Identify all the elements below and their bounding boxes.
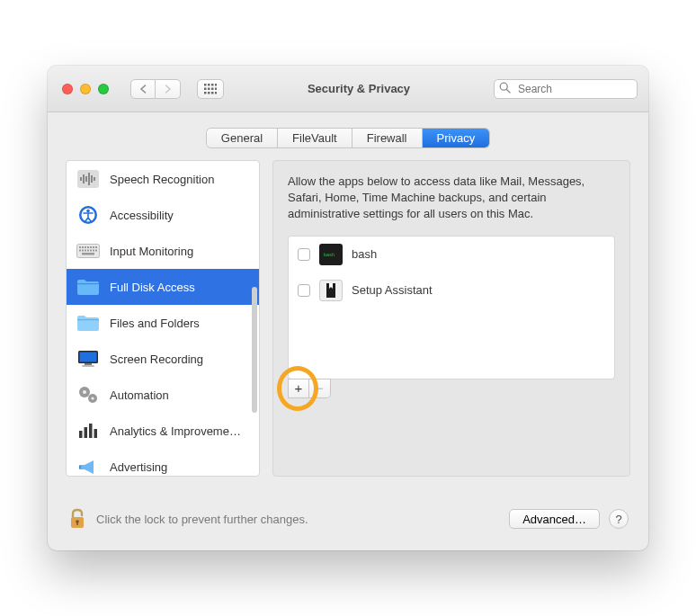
sidebar-item-label: Full Disk Access — [110, 281, 195, 294]
svg-rect-40 — [77, 283, 99, 284]
lock-help-text: Click the lock to prevent further change… — [96, 513, 500, 526]
svg-rect-59 — [76, 522, 78, 525]
svg-rect-54 — [79, 465, 81, 469]
search-field-wrap — [494, 79, 638, 99]
sidebar-item-label: Screen Recording — [110, 353, 203, 366]
detail-pane: Allow the apps below to access data like… — [272, 160, 630, 477]
add-remove-group: + − — [288, 379, 331, 398]
svg-rect-27 — [85, 246, 86, 248]
svg-rect-51 — [85, 427, 88, 438]
app-row[interactable]: bash bash — [289, 237, 614, 272]
svg-rect-6 — [211, 87, 214, 90]
search-icon — [499, 82, 511, 94]
chevron-right-icon — [164, 85, 172, 94]
bars-icon — [76, 420, 101, 442]
preferences-window: Security & Privacy General FileVault Fir… — [48, 66, 648, 550]
svg-rect-9 — [208, 92, 210, 94]
back-button[interactable] — [130, 79, 156, 99]
privacy-sidebar: Speech Recognition Accessibility Input M… — [66, 160, 260, 477]
sidebar-item-label: Accessibility — [110, 209, 174, 222]
sidebar-item-analytics[interactable]: Analytics & Improveme… — [67, 413, 259, 449]
svg-rect-37 — [93, 250, 94, 252]
accessibility-icon — [76, 204, 101, 226]
svg-rect-36 — [90, 250, 92, 252]
bottom-bar: Click the lock to prevent further change… — [48, 495, 648, 550]
svg-rect-33 — [82, 250, 84, 252]
svg-rect-7 — [215, 87, 217, 90]
checkbox[interactable] — [298, 284, 310, 297]
tab-privacy[interactable]: Privacy — [423, 129, 490, 147]
svg-rect-26 — [82, 246, 84, 248]
gears-icon — [76, 384, 101, 406]
minimize-icon[interactable] — [80, 84, 91, 94]
svg-text:bash: bash — [324, 252, 335, 257]
close-icon[interactable] — [62, 84, 73, 94]
remove-button[interactable]: − — [309, 379, 331, 398]
app-name: Setup Assistant — [352, 283, 433, 297]
svg-rect-41 — [77, 319, 99, 320]
svg-rect-31 — [95, 246, 97, 248]
description-text: Allow the apps below to access data like… — [288, 174, 615, 223]
svg-rect-4 — [204, 87, 207, 90]
svg-rect-10 — [211, 92, 214, 94]
search-input[interactable] — [494, 79, 638, 99]
svg-point-23 — [86, 210, 90, 213]
svg-point-47 — [83, 390, 86, 394]
sidebar-item-label: Files and Folders — [110, 317, 200, 330]
display-icon — [76, 348, 101, 370]
svg-rect-43 — [80, 353, 97, 362]
waveform-icon — [76, 168, 101, 190]
lock-icon[interactable] — [67, 507, 87, 531]
sidebar-item-automation[interactable]: Automation — [67, 377, 259, 413]
svg-rect-39 — [82, 253, 94, 255]
sidebar-item-files-and-folders[interactable]: Files and Folders — [67, 305, 259, 341]
megaphone-icon — [76, 456, 101, 476]
svg-rect-8 — [204, 92, 207, 94]
svg-rect-11 — [215, 92, 217, 94]
svg-rect-25 — [79, 246, 81, 248]
zoom-icon[interactable] — [98, 84, 109, 94]
svg-point-49 — [91, 397, 94, 399]
show-all-button[interactable] — [197, 79, 224, 99]
folder-icon — [76, 312, 101, 334]
svg-rect-5 — [208, 87, 210, 90]
sidebar-item-label: Automation — [110, 388, 169, 402]
chevron-left-icon — [139, 85, 147, 94]
svg-rect-52 — [89, 424, 93, 438]
svg-rect-50 — [79, 431, 83, 438]
terminal-icon: bash — [319, 244, 343, 265]
advanced-button[interactable]: Advanced… — [509, 509, 600, 529]
tab-bar: General FileVault Firewall Privacy — [48, 112, 648, 160]
forward-button[interactable] — [156, 79, 181, 99]
svg-rect-1 — [208, 84, 210, 86]
sidebar-item-full-disk-access[interactable]: Full Disk Access — [67, 269, 259, 305]
svg-rect-28 — [87, 246, 89, 248]
help-button[interactable]: ? — [609, 509, 629, 529]
svg-rect-34 — [85, 250, 86, 252]
svg-rect-44 — [85, 363, 92, 365]
svg-rect-0 — [204, 84, 207, 86]
sidebar-item-advertising[interactable]: Advertising — [67, 449, 259, 476]
svg-rect-38 — [95, 250, 97, 252]
svg-rect-3 — [215, 84, 217, 86]
sidebar-item-label: Advertising — [110, 460, 167, 474]
sidebar-item-input-monitoring[interactable]: Input Monitoring — [67, 233, 259, 269]
svg-rect-45 — [82, 365, 94, 367]
nav-back-forward — [130, 79, 181, 99]
window-title: Security & Privacy — [233, 82, 485, 95]
sidebar-item-accessibility[interactable]: Accessibility — [67, 197, 259, 233]
checkbox[interactable] — [298, 248, 310, 261]
tab-general[interactable]: General — [207, 129, 278, 147]
svg-rect-29 — [90, 246, 92, 248]
sidebar-item-screen-recording[interactable]: Screen Recording — [67, 341, 259, 377]
app-row[interactable]: Setup Assistant — [289, 272, 614, 308]
add-button[interactable]: + — [288, 379, 309, 398]
folder-icon — [76, 276, 101, 298]
setup-assistant-icon — [319, 280, 343, 301]
svg-rect-32 — [79, 250, 81, 252]
svg-rect-2 — [211, 84, 214, 86]
sidebar-item-speech-recognition[interactable]: Speech Recognition — [67, 161, 259, 197]
svg-rect-30 — [93, 246, 94, 248]
tab-firewall[interactable]: Firewall — [352, 129, 423, 147]
tab-filevault[interactable]: FileVault — [278, 129, 352, 147]
